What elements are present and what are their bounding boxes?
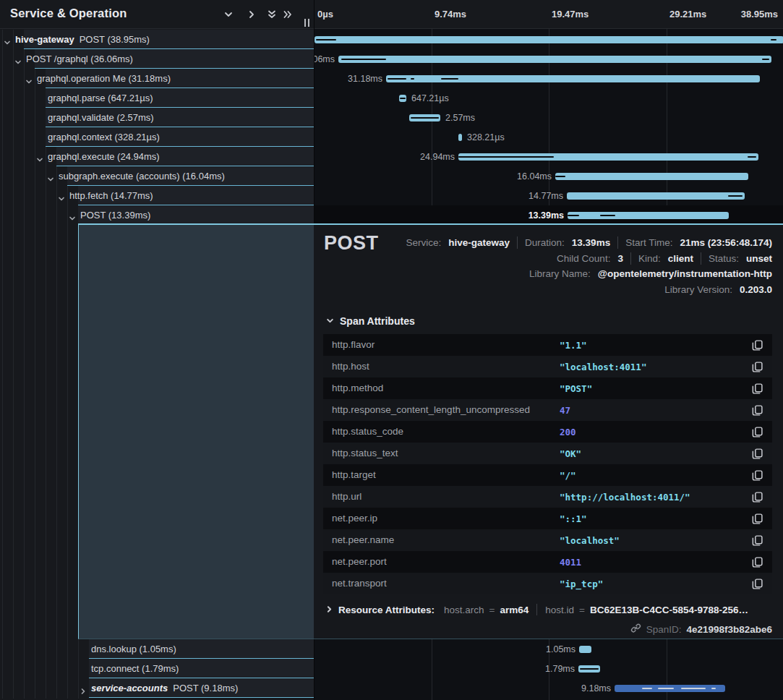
chevron-down-icon[interactable]	[14, 56, 22, 63]
operation-name: tcp.connect (1.79ms)	[91, 663, 179, 674]
span-detail-panel: POST Service:hive-gateway Duration:13.39…	[314, 225, 783, 639]
span-bar[interactable]	[399, 95, 406, 102]
expand-all-icon[interactable]	[282, 9, 294, 20]
chevron-right-icon	[325, 605, 333, 615]
library-version-value: 0.203.0	[740, 284, 772, 295]
link-icon[interactable]	[630, 623, 641, 636]
tree-row-post-graphql[interactable]: POST /graphql (36.06ms)	[0, 49, 314, 69]
copy-icon[interactable]	[751, 578, 763, 590]
chevron-right-icon[interactable]	[80, 685, 87, 692]
attribute-key: http.status_code	[332, 426, 403, 437]
span-label: service-accountsPOST (9.18ms)	[91, 683, 238, 693]
copy-icon[interactable]	[751, 404, 763, 417]
attribute-key: http.host	[332, 361, 369, 372]
kind-label: Kind:	[638, 253, 661, 264]
span-bar[interactable]	[386, 75, 760, 82]
attribute-row: net.peer.ip"::1"	[323, 508, 772, 529]
span-label: graphql.validate (2.57ms)	[48, 112, 154, 123]
service-value: hive-gateway	[448, 237, 510, 248]
copy-icon[interactable]	[751, 556, 763, 568]
duration-label: 328.21µs	[467, 132, 536, 142]
service-name: service-accounts	[91, 683, 168, 693]
span-bar[interactable]	[567, 192, 745, 200]
chevron-down-icon[interactable]	[69, 212, 76, 219]
separator	[517, 236, 518, 249]
copy-icon[interactable]	[751, 534, 763, 547]
library-name-label: Library Name:	[529, 268, 591, 279]
copy-icon[interactable]	[751, 383, 763, 395]
attribute-row: http.response_content_length_uncompresse…	[323, 399, 772, 421]
span-bar[interactable]	[338, 56, 771, 63]
section-title: Span Attributes	[340, 315, 415, 327]
copy-icon[interactable]	[751, 426, 763, 438]
duration-value: 13.39ms	[572, 237, 610, 248]
column-resize-grip[interactable]	[304, 19, 311, 27]
resource-value: BC62E13B-C4CC-5854-9788-256…	[590, 605, 748, 615]
collapse-one-icon[interactable]	[223, 9, 234, 20]
span-id-label: SpanID:	[646, 624, 682, 635]
tree-row-hive-gateway-post[interactable]: hive-gatewayPOST (38.95ms)	[0, 30, 314, 49]
tree-row-dns-lookup[interactable]: dns.lookup (1.05ms)	[0, 639, 314, 659]
span-title: POST	[324, 232, 379, 255]
status-value: unset	[746, 253, 772, 264]
span-bar[interactable]	[615, 685, 725, 692]
separator	[617, 236, 618, 249]
span-bar[interactable]	[579, 646, 591, 653]
copy-icon[interactable]	[751, 448, 763, 460]
attribute-value: "::1"	[560, 513, 587, 524]
tick-label: 29.21ms	[669, 9, 706, 20]
tick-label: 19.47ms	[552, 9, 589, 20]
span-bar[interactable]	[555, 173, 748, 180]
tree-row-graphql-context[interactable]: graphql.context (328.21µs)	[0, 127, 314, 147]
span-bar[interactable]	[458, 134, 462, 141]
copy-icon[interactable]	[751, 491, 763, 503]
bar-row-graphql-context: 328.21µs	[315, 127, 783, 147]
span-bar[interactable]	[409, 114, 440, 121]
attribute-value: "POST"	[560, 383, 592, 394]
bar-row-tcp-connect: 1.79ms	[315, 659, 783, 678]
span-bar[interactable]	[315, 36, 783, 43]
chevron-down-icon[interactable]	[58, 192, 65, 200]
bar-row-subgraph-execute: 16.04ms	[315, 166, 783, 186]
tree-row-graphql-execute[interactable]: graphql.execute (24.94ms)	[0, 147, 314, 166]
tree-row-tcp-connect[interactable]: tcp.connect (1.79ms)	[0, 659, 314, 678]
chevron-down-icon	[326, 315, 334, 328]
chevron-down-icon[interactable]	[25, 75, 33, 82]
copy-icon[interactable]	[751, 361, 763, 373]
span-bar[interactable]	[458, 153, 758, 161]
attribute-value: "localhost:4011"	[560, 362, 646, 372]
copy-icon[interactable]	[751, 469, 763, 482]
tree-row-graphql-validate[interactable]: graphql.validate (2.57ms)	[0, 108, 314, 127]
tree-row-http-fetch[interactable]: http.fetch (14.77ms)	[0, 186, 314, 205]
operation-name: POST (9.18ms)	[173, 683, 238, 693]
attribute-key: http.response_content_length_uncompresse…	[332, 404, 530, 415]
attribute-value: 4011	[560, 557, 581, 568]
expand-one-icon[interactable]	[246, 9, 257, 20]
chevron-down-icon[interactable]	[4, 36, 11, 43]
operation-name: graphql.operation Me (31.18ms)	[37, 73, 171, 84]
collapse-all-icon[interactable]	[266, 9, 278, 20]
chevron-down-icon[interactable]	[36, 153, 43, 161]
copy-icon[interactable]	[751, 339, 763, 351]
chevron-down-icon[interactable]	[47, 173, 54, 180]
attribute-row: net.peer.port4011	[323, 551, 772, 573]
duration-label: 24.94ms	[393, 152, 455, 162]
span-attributes-toggle[interactable]: Span Attributes	[326, 315, 415, 328]
separator	[536, 604, 537, 615]
tick-label: 9.74ms	[435, 9, 466, 20]
detail-meta-line-4: Library Version:0.203.0	[664, 284, 772, 295]
copy-icon[interactable]	[751, 513, 763, 525]
bar-row-dns-lookup: 1.05ms	[315, 639, 783, 659]
tree-row-subgraph-execute[interactable]: subgraph.execute (accounts) (16.04ms)	[0, 166, 314, 186]
duration-label: 647.21µs	[411, 93, 480, 103]
tree-row-post-selected[interactable]: POST (13.39ms)	[0, 205, 314, 225]
tree-row-service-accounts-post[interactable]: service-accountsPOST (9.18ms)	[0, 678, 314, 698]
resource-attributes-toggle[interactable]: Resource Attributes: host.arch = arm64 h…	[325, 604, 748, 615]
span-bar[interactable]	[578, 665, 600, 673]
tree-row-graphql-operation-me[interactable]: graphql.operation Me (31.18ms)	[0, 69, 314, 88]
tree-row-graphql-parse[interactable]: graphql.parse (647.21µs)	[0, 88, 314, 108]
library-version-label: Library Version:	[664, 284, 732, 295]
span-bar[interactable]	[568, 212, 729, 219]
duration-label: 36.06ms	[314, 54, 335, 64]
attribute-value: 200	[560, 427, 576, 438]
